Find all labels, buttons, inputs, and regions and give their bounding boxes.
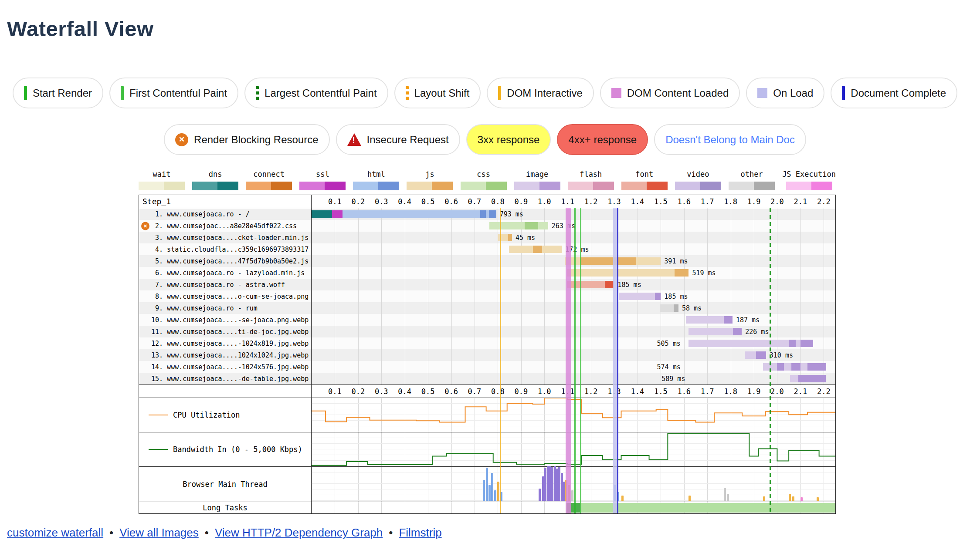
waterfall-row[interactable]: 15. www.cumsejoaca....-de-table.jpg.webp…	[139, 373, 835, 385]
main-thread-bar	[483, 480, 485, 501]
request-bar-image_d	[733, 328, 742, 335]
bandwidth-chart	[312, 432, 835, 466]
render-blocking-icon: ✕	[141, 222, 149, 230]
request-name: 2. www.cumsejoac...a8e28e45df022.css	[151, 222, 297, 230]
request-timeline[interactable]: 187 ms	[312, 314, 835, 326]
request-timeline[interactable]: 58 ms	[312, 302, 835, 314]
main-thread-bar	[539, 489, 541, 501]
waterfall-row[interactable]: 9. www.cumsejoaca.ro - rum58 ms	[139, 302, 835, 314]
request-timeline[interactable]: 185 ms	[312, 290, 835, 302]
request-timeline[interactable]: 226 ms	[312, 326, 835, 337]
main-thread-label: Browser Main Thread	[183, 480, 267, 489]
request-label[interactable]: 7. www.cumsejoaca.ro - astra.woff	[139, 279, 312, 290]
request-timeline[interactable]: 172 ms	[312, 243, 835, 255]
link-customize-waterfall[interactable]: customize waterfall	[7, 526, 103, 540]
waterfall-row[interactable]: 8. www.cumsejoaca....o-cum-se-joaca.png1…	[139, 290, 835, 302]
request-label[interactable]: 11. www.cumsejoaca....ti-de-joc.jpg.webp	[139, 326, 312, 337]
request-label[interactable]: 4. static.cloudfla...c359c1696973893317	[139, 243, 312, 255]
resource-type-swatch	[461, 182, 507, 190]
start-render-icon	[24, 86, 27, 100]
resource-type-label: js	[425, 170, 434, 179]
request-timeline[interactable]: 45 ms	[312, 232, 835, 243]
layout-shift-icon	[406, 86, 409, 100]
axis-tick: 0.6	[444, 387, 458, 396]
waterfall-row[interactable]: 1. www.cumsejoaca.ro - /793 ms	[139, 208, 835, 220]
axis-tick: 0.9	[514, 387, 528, 396]
link-filmstrip[interactable]: Filmstrip	[399, 526, 441, 540]
request-bar-image_d	[807, 363, 826, 371]
axis-tick: 1.7	[701, 387, 714, 396]
request-label[interactable]: 10. www.cumsejoaca....-se-joaca.png.webp	[139, 314, 312, 326]
request-timeline[interactable]: 793 ms	[312, 208, 835, 220]
waterfall-row[interactable]: 13. www.cumsejoaca....1024x1024.jpg.webp…	[139, 349, 835, 361]
main-thread-bar	[544, 468, 546, 501]
main-thread-bar	[494, 490, 496, 501]
axis-tick: 1.8	[724, 387, 737, 396]
waterfall-row[interactable]: 10. www.cumsejoaca....-se-joaca.png.webp…	[139, 314, 835, 326]
request-bar-dns	[312, 210, 332, 218]
request-label[interactable]: 9. www.cumsejoaca.ro - rum	[139, 302, 312, 314]
bandwidth-section: Bandwidth In (0 - 5,000 Kbps)	[139, 432, 835, 466]
main-thread-bar	[621, 496, 624, 501]
main-thread-bar	[542, 476, 544, 501]
waterfall-row[interactable]: 3. www.cumsejoaca....cket-loader.min.js4…	[139, 232, 835, 243]
waterfall-row[interactable]: 12. www.cumsejoaca....-1024x819.jpg.webp…	[139, 337, 835, 349]
request-timeline[interactable]: 505 ms	[312, 337, 835, 349]
request-label[interactable]: 12. www.cumsejoaca....-1024x819.jpg.webp	[139, 337, 312, 349]
request-name: 9. www.cumsejoaca.ro - rum	[151, 304, 258, 312]
axis-tick: 1.1	[561, 387, 574, 396]
waterfall-row[interactable]: 5. www.cumsejoaca....47f5d7b9b0a50e2.js3…	[139, 255, 835, 267]
legend-first-contentful-paint-label: First Contentful Paint	[129, 87, 227, 99]
request-timeline[interactable]: 391 ms	[312, 255, 835, 267]
axis-tick: 1.5	[654, 197, 668, 206]
request-bar-other_l	[660, 304, 674, 312]
resource-type-swatch	[786, 182, 832, 190]
waterfall-row[interactable]: 7. www.cumsejoaca.ro - astra.woff185 ms	[139, 279, 835, 290]
request-timeline[interactable]: 263 ms	[312, 220, 835, 232]
warning-icon: !	[347, 133, 361, 146]
link-http2-dependency-graph[interactable]: View HTTP/2 Dependency Graph	[215, 526, 383, 540]
request-timeline[interactable]: 589 ms	[312, 373, 835, 385]
request-timeline[interactable]: 574 ms	[312, 361, 835, 373]
request-label[interactable]: 3. www.cumsejoaca....cket-loader.min.js	[139, 232, 312, 243]
axis-tick: 1.2	[584, 387, 598, 396]
axis-tick: 1.1	[561, 197, 574, 206]
request-timeline[interactable]: 185 ms	[312, 279, 835, 290]
resource-type-js: js	[407, 170, 453, 190]
request-time-label: 263 ms	[552, 222, 575, 230]
request-name: 3. www.cumsejoaca....cket-loader.min.js	[151, 234, 309, 242]
request-label[interactable]: ✕ 2. www.cumsejoac...a8e28e45df022.css	[139, 220, 312, 232]
link-view-all-images[interactable]: View all Images	[119, 526, 199, 540]
legend-doesnt-belong-to-main-doc: Doesn't Belong to Main Doc	[654, 124, 806, 155]
main-thread-bar	[727, 494, 729, 501]
request-timeline[interactable]: 519 ms	[312, 267, 835, 279]
request-label[interactable]: 14. www.cumsejoaca....-1024x576.jpg.webp	[139, 361, 312, 373]
axis-tick: 1.0	[538, 197, 551, 206]
request-label[interactable]: 5. www.cumsejoaca....47f5d7b9b0a50e2.js	[139, 255, 312, 267]
waterfall-row[interactable]: 11. www.cumsejoaca....ti-de-joc.jpg.webp…	[139, 326, 835, 337]
axis-tick: 1.4	[631, 387, 644, 396]
main-thread-bar	[500, 492, 502, 501]
request-label[interactable]: 1. www.cumsejoaca.ro - /	[139, 208, 312, 220]
request-timeline[interactable]: 310 ms	[312, 349, 835, 361]
request-name: 10. www.cumsejoaca....-se-joaca.png.webp	[151, 316, 309, 324]
request-bar-image_d	[777, 363, 784, 371]
waterfall-row[interactable]: 6. www.cumsejoaca.ro - lazyload.min.js51…	[139, 267, 835, 279]
axis-tick: 2.0	[770, 197, 784, 206]
request-time-label: 589 ms	[661, 375, 685, 383]
waterfall-row[interactable]: ✕ 2. www.cumsejoac...a8e28e45df022.css26…	[139, 220, 835, 232]
request-label[interactable]: 13. www.cumsejoaca....1024x1024.jpg.webp	[139, 349, 312, 361]
request-label[interactable]: 8. www.cumsejoaca....o-cum-se-joaca.png	[139, 290, 312, 302]
request-bar-js_d	[675, 269, 688, 277]
waterfall-row[interactable]: 14. www.cumsejoaca....-1024x576.jpg.webp…	[139, 361, 835, 373]
request-label[interactable]: 15. www.cumsejoaca....-de-table.jpg.webp	[139, 373, 312, 385]
request-label[interactable]: 6. www.cumsejoaca.ro - lazyload.min.js	[139, 267, 312, 279]
axis-tick: 1.3	[607, 387, 621, 396]
resource-type-swatch	[514, 182, 560, 190]
axis-tick: 1.3	[607, 197, 621, 206]
footer-links: customize waterfall • View all Images • …	[7, 526, 970, 540]
waterfall-row[interactable]: 4. static.cloudfla...c359c16969738933171…	[139, 243, 835, 255]
axis-tick: 0.5	[421, 387, 435, 396]
time-axis-top-ticks: 0.10.20.30.40.50.60.70.80.91.01.11.21.31…	[312, 195, 835, 208]
time-axis-top: Step_1 0.10.20.30.40.50.60.70.80.91.01.1…	[139, 195, 835, 208]
